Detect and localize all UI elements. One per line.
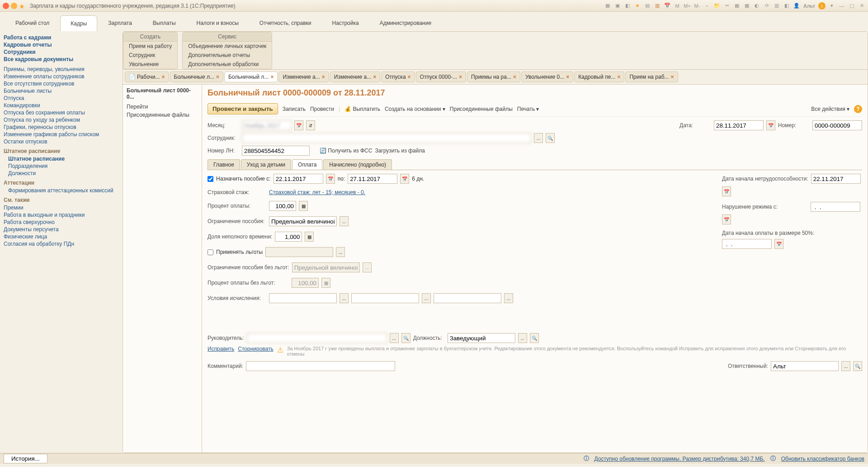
parttime-input[interactable]	[275, 232, 302, 242]
sidebar-link[interactable]: Сотрудники	[4, 48, 117, 56]
condition-input-1[interactable]	[269, 293, 337, 303]
limit-input[interactable]	[269, 216, 337, 226]
tool-icon[interactable]: ⟳	[763, 2, 770, 10]
tool-icon[interactable]: ◧	[783, 2, 790, 10]
main-tab-otchet[interactable]: Отчетность, справки	[250, 15, 321, 31]
submenu-item[interactable]: Сотрудник	[123, 51, 177, 60]
calendar-icon[interactable]: 📅	[664, 2, 671, 10]
user-name[interactable]: Альт	[806, 2, 813, 10]
help-icon[interactable]: ?	[854, 105, 862, 113]
history-button[interactable]: История...	[4, 454, 47, 463]
responsible-input[interactable]	[771, 361, 839, 371]
benefits-checkbox[interactable]	[208, 249, 213, 255]
search-icon[interactable]: 🔍	[853, 361, 862, 371]
head-input[interactable]	[247, 333, 387, 343]
calendar-icon[interactable]: 📅	[400, 174, 409, 184]
close-icon[interactable]: ×	[671, 74, 674, 80]
m-icon[interactable]: M	[674, 2, 681, 10]
spinner-icon[interactable]: ⇵	[306, 120, 315, 130]
sidebar-link[interactable]: Подразделения	[4, 162, 117, 170]
calendar-icon[interactable]: 📅	[326, 174, 335, 184]
main-tab-kadry[interactable]: Кадры	[60, 15, 97, 31]
tool-icon[interactable]: ▦	[733, 2, 741, 10]
info-icon[interactable]: i	[818, 2, 826, 10]
submenu-item[interactable]: Дополнительные отчеты	[183, 51, 272, 60]
doc-tab[interactable]: Отпуск 0000-...×	[416, 71, 467, 82]
load-file-button[interactable]: Загрузить из файла	[375, 148, 425, 154]
create-based-button[interactable]: Создать на основании ▾	[385, 106, 445, 112]
calendar-icon[interactable]: 📅	[774, 239, 783, 249]
sidebar-link[interactable]: Физические лица	[4, 233, 117, 240]
write-button[interactable]: Записать	[283, 106, 306, 112]
tool-icon[interactable]: ◧	[624, 2, 631, 10]
calendar-icon[interactable]: 📅	[294, 120, 303, 130]
select-icon[interactable]: ...	[390, 333, 399, 343]
files-button[interactable]: Присоединенные файлы	[450, 106, 513, 112]
star-icon[interactable]: ★	[634, 2, 641, 10]
sidebar-link[interactable]: Все отсутствия сотрудников	[4, 80, 117, 87]
all-actions-button[interactable]: Все действия ▾	[811, 106, 849, 112]
calc-icon[interactable]: ▦	[299, 201, 308, 211]
nav-item[interactable]: Присоединенные файлы	[127, 111, 198, 119]
form-tab-children[interactable]: Уход за детьми	[241, 159, 291, 170]
search-icon[interactable]: 🔍	[401, 333, 410, 343]
month-input[interactable]	[242, 120, 292, 130]
tool-icon[interactable]: ▦	[604, 2, 611, 10]
sidebar-link[interactable]: Приемы, переводы, увольнения	[4, 66, 117, 73]
sidebar-link[interactable]: Кадровые отчеты	[4, 41, 117, 48]
doc-tab[interactable]: Отпуска×	[381, 71, 415, 82]
main-tab-admin[interactable]: Администрирование	[370, 15, 441, 31]
tool-icon[interactable]: ◐	[753, 2, 760, 10]
date-input[interactable]	[714, 120, 764, 130]
main-tab-zarplata[interactable]: Зарплата	[98, 15, 142, 31]
calendar-icon[interactable]: 📅	[766, 120, 775, 130]
condition-input-3[interactable]	[434, 293, 501, 303]
search-icon[interactable]: 🔍	[530, 333, 539, 343]
m-plus-icon[interactable]: M+	[684, 2, 691, 10]
maximize-icon[interactable]: ▢	[848, 2, 855, 10]
date50-input[interactable]	[722, 239, 772, 249]
close-icon[interactable]: ×	[408, 74, 411, 80]
pay-button[interactable]: 💰 Выплатить	[344, 106, 380, 112]
minimize-icon[interactable]: —	[838, 2, 845, 10]
sidebar-link[interactable]: Премии	[4, 204, 117, 211]
form-tab-accrued[interactable]: Начислено (подробно)	[323, 159, 392, 170]
folder-icon[interactable]: 📁	[713, 2, 721, 10]
dropdown-icon[interactable]: ▾	[828, 2, 835, 10]
calc-icon[interactable]: ▦	[305, 232, 314, 242]
sidebar-link[interactable]: Должности	[4, 170, 117, 177]
main-tab-nalogi[interactable]: Налоги и взносы	[187, 15, 249, 31]
main-tab-desktop[interactable]: Рабочий стол	[5, 15, 59, 31]
close-icon[interactable]: ×	[373, 74, 376, 80]
employee-input[interactable]	[242, 133, 531, 143]
doc-tab[interactable]: Изменение а...×	[330, 71, 380, 82]
select-icon[interactable]: ...	[336, 247, 345, 257]
sidebar-link[interactable]: Изменение графиков работы списком	[4, 131, 117, 138]
tool-icon[interactable]: ▦	[743, 2, 750, 10]
post-close-button[interactable]: Провести и закрыть	[208, 103, 278, 114]
sidebar-link[interactable]: Формирования аттестационных комиссий	[4, 187, 117, 194]
doc-tab[interactable]: Изменение а...×	[278, 71, 329, 82]
disability-input[interactable]	[811, 174, 861, 184]
reverse-link[interactable]: Сторнировать	[238, 346, 273, 352]
submenu-item[interactable]: Дополнительные обработки	[183, 60, 272, 69]
form-tab-main[interactable]: Главное	[208, 159, 240, 170]
comment-input[interactable]	[246, 361, 395, 371]
number-input[interactable]	[812, 120, 862, 130]
fix-link[interactable]: Исправить	[208, 346, 234, 352]
sidebar-link[interactable]: Графики, переносы отпусков	[4, 124, 117, 131]
submenu-item[interactable]: Объединение личных карточек	[183, 42, 272, 51]
select-icon[interactable]: ...	[340, 293, 349, 303]
tool-icon[interactable]: ▤	[644, 2, 651, 10]
condition-input-2[interactable]	[351, 293, 419, 303]
insurance-link[interactable]: Страховой стаж: лет - 15; месяцев - 0.	[269, 189, 365, 195]
sidebar-link[interactable]: Штатное расписание	[4, 155, 117, 162]
sidebar-link[interactable]: Отпуска	[4, 95, 117, 102]
search-icon[interactable]: 🔍	[546, 133, 555, 143]
close-icon[interactable]: ✕	[858, 2, 865, 10]
close-icon[interactable]: ×	[566, 74, 569, 80]
sidebar-link[interactable]: Работа сверхурочно	[4, 219, 117, 226]
tool-icon[interactable]: ▥	[773, 2, 780, 10]
main-tab-vyplaty[interactable]: Выплаты	[143, 15, 186, 31]
sidebar-link[interactable]: Все кадровые документы	[4, 56, 117, 63]
